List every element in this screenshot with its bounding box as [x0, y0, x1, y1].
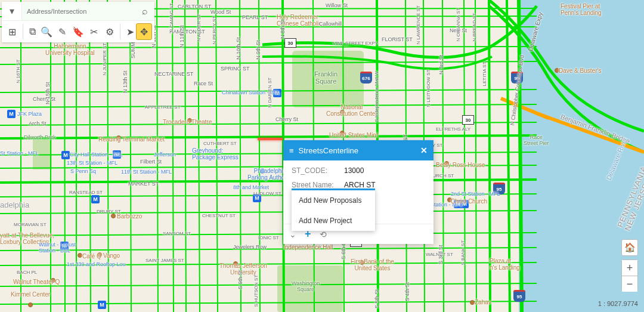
poi-label: Reading Terminal Market — [98, 136, 165, 143]
pan-icon: ✥ — [140, 26, 148, 38]
station-label: JFK Plaza — [17, 111, 42, 117]
tool-row: ⊞ ⧉ 🔍 ✎ 🔖 ✂ ⚙ ➤ ✥ — [2, 21, 154, 42]
search-button[interactable]: ⌕ — [135, 2, 154, 20]
zoom-group: + − — [621, 260, 638, 292]
street-label: MORAVIAN ST — [14, 222, 47, 227]
menu-item-add-proposals[interactable]: Add New Proposals — [292, 190, 375, 211]
street-label: N ORIANNA ST — [456, 8, 461, 41]
street-label: Callowhill — [319, 21, 342, 27]
home-icon: 🏠 — [624, 242, 636, 253]
clip-icon: ⧉ — [29, 26, 36, 37]
street-label: N 11th St — [179, 25, 185, 48]
settings-button[interactable]: ⚙ — [102, 23, 118, 40]
station-label: St Station - MFL — [0, 150, 39, 156]
edit-button[interactable]: ✎ — [54, 23, 70, 40]
poi-label: First Bank of the United States — [351, 258, 394, 271]
field-value: ARCH ST — [344, 181, 376, 189]
search-row: ▾ ⌕ — [2, 2, 154, 21]
street-label: S Independence Mall W — [374, 72, 379, 122]
poi-label: Independence Hall — [283, 244, 333, 251]
station-label: 8th and Market — [233, 184, 269, 190]
bookmark-icon: 🔖 — [72, 26, 84, 38]
magnify-icon: 🔍 — [41, 26, 52, 38]
park-label: Dilworth Park — [24, 134, 56, 140]
street-label: Cherry St — [33, 96, 55, 102]
street-label: S 5th St — [374, 289, 380, 308]
selected-street-segment[interactable] — [258, 138, 283, 140]
zoom-out-button[interactable]: − — [621, 276, 638, 292]
street-label: S 3rd St — [438, 245, 444, 264]
field-row-stcode: ST_CODE: 13000 — [292, 166, 425, 175]
poi-label: Race Street Pier — [524, 134, 549, 146]
park-label: Washington Square — [292, 280, 320, 292]
shield-i95: 95 — [513, 290, 525, 302]
poi-label: Plaza at n's Landing — [490, 258, 520, 271]
poi-label: Festival Pier at Penn's Landing — [561, 3, 602, 16]
poi-label: Walnut Theater Q — [13, 279, 60, 285]
apps-icon: ⊞ — [8, 26, 16, 38]
street-label: Willow St — [326, 2, 348, 8]
street-label: N 16TH ST — [16, 59, 21, 83]
zoom-button[interactable]: 🔍 — [39, 23, 55, 40]
bookmark-button[interactable]: 🔖 — [70, 23, 86, 40]
poi-label: Trocadero Theatre — [163, 119, 212, 125]
street-label: Cherry St — [275, 116, 298, 122]
field-value: 13000 — [344, 166, 364, 175]
shield-30: 30 — [284, 38, 296, 48]
street-label: N 10th St — [236, 37, 242, 60]
search-type-dropdown[interactable]: ▾ — [2, 2, 22, 20]
poi-label: Zahav — [475, 299, 491, 305]
street-label: Wood St — [210, 9, 231, 15]
poi-label: Vango — [103, 252, 120, 259]
drag-handle-icon[interactable]: ≡ — [289, 146, 294, 155]
poi-label: Greyhound: Package Express — [192, 147, 239, 160]
context-menu: Add New Proposals Add New Project — [292, 189, 375, 231]
menu-item-add-project[interactable]: Add New Project — [292, 211, 375, 231]
street-label: CARLTON ST — [178, 4, 211, 10]
poi-label: Kimmel Center — [11, 291, 50, 298]
minus-icon: − — [627, 278, 633, 291]
street-label: CHESTNUT ST — [202, 213, 236, 218]
measure-button[interactable]: ✂ — [86, 23, 102, 40]
street-label: N PERCY ST — [212, 16, 217, 45]
pan-button[interactable]: ✥ — [136, 23, 152, 40]
street-label: BACH PL — [17, 270, 37, 275]
city-label: adelphia — [0, 200, 29, 209]
street-label: MARKET ST — [128, 181, 159, 187]
street-label: Filbert St — [140, 159, 162, 165]
street-label: N BREAD ST — [472, 13, 477, 41]
search-input[interactable] — [22, 2, 135, 20]
poi-marker — [470, 300, 475, 305]
street-label: N DARIEN ST — [267, 78, 273, 108]
zoom-in-button[interactable]: + — [621, 260, 638, 276]
street-label: FLORIST ST — [382, 36, 413, 42]
metro-icon: M — [61, 151, 70, 159]
apps-button[interactable]: ⊞ — [4, 23, 20, 40]
street-label: S BANK ST — [460, 240, 466, 265]
park-label: Franklin Square — [314, 70, 338, 85]
pointer-icon: ➤ — [126, 26, 134, 38]
street-label: N 8th St — [280, 19, 286, 39]
field-label: Street Name: — [292, 181, 344, 189]
metro-icon: M — [98, 301, 106, 309]
popup-close-button[interactable]: ✕ — [420, 146, 428, 155]
tools-icon: ✂ — [90, 26, 98, 38]
toolbar: ▾ ⌕ ⊞ ⧉ 🔍 ✎ 🔖 ✂ ⚙ ➤ ✥ — [2, 2, 154, 42]
field-label: ST_CODE: — [292, 166, 344, 175]
station-label: Walnut - Locust Station - BSL — [39, 242, 76, 254]
street-label: N 15th St — [45, 82, 51, 104]
clip-button[interactable]: ⧉ — [23, 23, 39, 40]
street-label: NECTARINE ST — [154, 71, 193, 77]
pencil-icon: ✎ — [58, 26, 66, 38]
popup-header[interactable]: ≡ StreetsCenterline ✕ — [283, 140, 434, 160]
station-label: 13th St Station - MFL — [67, 160, 117, 166]
pointer-button[interactable]: ➤ — [120, 23, 136, 40]
street-label: N CAMAC ST — [169, 3, 174, 32]
street-label: VINE STREET EXPY — [333, 41, 378, 46]
scale-text: 1 : 9027.9774 — [598, 300, 638, 307]
home-extent-button[interactable]: 🏠 — [621, 239, 638, 256]
shield-30: 30 — [462, 115, 474, 125]
street-label: S HUTSON ST — [253, 275, 259, 307]
street-label: SAINT JAMES ST — [145, 258, 184, 263]
map-controls: 🏠 + − — [621, 239, 638, 292]
